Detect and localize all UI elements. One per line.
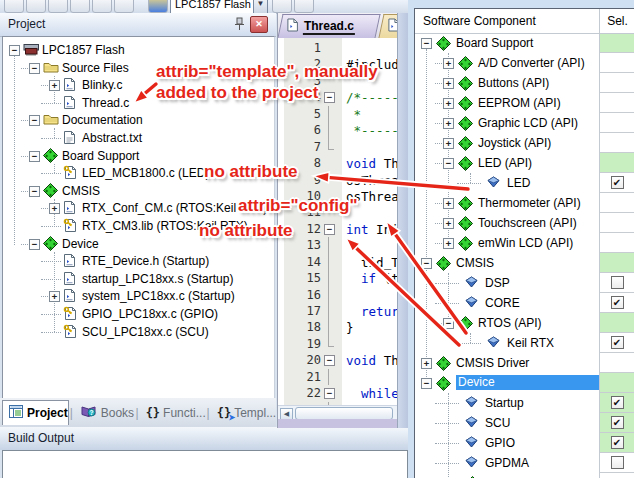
code-line[interactable]: 17 return	[278, 303, 398, 319]
code-line[interactable]: 7	[278, 139, 398, 155]
collapse-icon[interactable]: −	[443, 318, 454, 329]
expand-icon[interactable]: +	[49, 291, 60, 302]
toolbar-icon[interactable]	[272, 0, 292, 13]
collapse-icon[interactable]: −	[443, 158, 454, 169]
toolbar-icon[interactable]	[70, 0, 90, 13]
expand-icon[interactable]: +	[443, 198, 454, 209]
tab-thread-c[interactable]: Thread.c	[277, 14, 380, 38]
component-row[interactable]: −CMSIS	[415, 253, 634, 273]
expand-icon[interactable]: +	[49, 80, 60, 91]
code-line[interactable]: 12−int Ini	[278, 221, 398, 237]
code-line[interactable]: 15 if (t	[278, 270, 398, 286]
tree-connector	[41, 173, 61, 174]
flag-icon[interactable]	[148, 0, 168, 13]
view-tab-project[interactable]: Project	[2, 400, 69, 425]
code-text: int Ini	[346, 222, 398, 237]
collapse-icon[interactable]: −	[29, 239, 40, 250]
pin-icon[interactable]	[233, 17, 246, 31]
code-line[interactable]: 22− while	[278, 385, 398, 401]
source-file-icon	[63, 253, 76, 271]
collapse-icon[interactable]: −	[9, 45, 20, 56]
view-tab-templ[interactable]: {}➤Templ...	[211, 401, 276, 425]
close-icon[interactable]: ✕	[250, 16, 268, 33]
project-tree-item[interactable]: −CMSIS	[3, 182, 274, 200]
fold-guide-end	[328, 336, 334, 347]
component-checkbox[interactable]: ✔	[611, 336, 624, 349]
fold-collapse-icon[interactable]: −	[324, 388, 335, 399]
fold-collapse-icon[interactable]: −	[324, 355, 335, 366]
component-group-icon	[458, 76, 473, 94]
component-checkbox[interactable]: ✔	[611, 396, 624, 409]
code-line[interactable]: 19	[278, 336, 398, 352]
expand-icon[interactable]: +	[443, 238, 454, 249]
component-label: RTOS (API)	[478, 316, 542, 330]
toolbar-icon[interactable]	[48, 0, 68, 13]
view-tab-label: Templ...	[234, 406, 276, 420]
view-tab-functi[interactable]: {}Functi...	[140, 401, 206, 425]
code-line[interactable]: 1	[278, 40, 398, 56]
fold-collapse-icon[interactable]: −	[324, 224, 335, 235]
code-line[interactable]: 6 *------	[278, 122, 398, 138]
source-file-icon	[63, 200, 76, 218]
project-tree-item[interactable]: GPIO_LPC18xx.c (GPIO)	[3, 305, 274, 323]
expand-icon[interactable]: +	[443, 118, 454, 129]
component-checkbox[interactable]	[611, 456, 624, 469]
target-select-dropdown-icon[interactable]: ▼	[253, 0, 268, 14]
toolbar-icon[interactable]	[92, 0, 112, 13]
collapse-icon[interactable]: −	[421, 258, 432, 269]
component-checkbox[interactable]: ✔	[611, 436, 624, 449]
component-checkbox[interactable]: ✔	[611, 176, 624, 189]
collapse-icon[interactable]: −	[421, 38, 432, 49]
project-tree-item[interactable]: −Documentation	[3, 111, 274, 129]
folder-icon	[43, 112, 59, 128]
toolbar-icon[interactable]	[114, 0, 134, 13]
tree-connector	[21, 156, 28, 157]
code-line[interactable]: 14 tid_T	[278, 254, 398, 270]
source-file-icon	[63, 77, 76, 95]
editor-tab-partial[interactable]	[378, 14, 398, 38]
component-checkbox[interactable]: ✔	[611, 416, 624, 429]
code-line[interactable]: 21	[278, 369, 398, 385]
project-tree-item[interactable]: +RTX_Conf_CM.c (RTOS:Keil RTX)	[3, 199, 274, 217]
component-row[interactable]: Keil RTX✔	[415, 333, 634, 353]
toolbar-icon[interactable]	[4, 0, 24, 13]
component-row[interactable]: −Board Support	[415, 33, 634, 53]
code-line[interactable]: 16	[278, 287, 398, 303]
code-line[interactable]: 20−void Th	[278, 352, 398, 368]
expand-icon[interactable]: +	[443, 78, 454, 89]
editor-horizontal-scrollbar[interactable]: ◀	[278, 405, 398, 420]
component-label: DSP	[485, 276, 510, 290]
toolbar-icon[interactable]	[294, 0, 314, 13]
code-line[interactable]: 5 *	[278, 106, 398, 122]
expand-icon[interactable]: +	[443, 98, 454, 109]
build-output-content[interactable]	[2, 450, 408, 478]
collapse-icon[interactable]: −	[29, 186, 40, 197]
component-row[interactable]: +CMSIS Driver	[415, 353, 634, 373]
expand-icon[interactable]: +	[443, 218, 454, 229]
collapse-icon[interactable]: −	[29, 63, 40, 74]
project-tree-item[interactable]: +system_LPC18xx.c (Startup)	[3, 287, 274, 305]
code-line[interactable]: 13	[278, 237, 398, 253]
expand-icon[interactable]: +	[443, 58, 454, 69]
project-tree-item[interactable]: startup_LPC18xx.s (Startup)	[3, 270, 274, 288]
expand-icon[interactable]: +	[421, 358, 432, 369]
collapse-icon[interactable]: −	[29, 115, 40, 126]
tree-connector	[435, 63, 442, 64]
expand-icon[interactable]: +	[49, 203, 60, 214]
code-line[interactable]: 18}	[278, 319, 398, 335]
project-tree-item[interactable]: Abstract.txt	[3, 129, 274, 147]
project-tree-item[interactable]: SCU_LPC18xx.c (SCU)	[3, 323, 274, 341]
expand-icon[interactable]: +	[443, 138, 454, 149]
project-tree-item[interactable]: RTE_Device.h (Startup)	[3, 252, 274, 270]
project-tree-item[interactable]: −LPC1857 Flash	[3, 41, 274, 59]
collapse-icon[interactable]: −	[421, 378, 432, 389]
component-checkbox[interactable]	[611, 276, 624, 289]
view-tab-books[interactable]: ?Books	[74, 401, 135, 425]
toolbar-icon[interactable]	[26, 0, 46, 13]
component-checkbox[interactable]: ✔	[611, 296, 624, 309]
collapse-icon[interactable]: −	[29, 151, 40, 162]
component-row[interactable]: −Device	[415, 373, 634, 393]
column-divider	[599, 9, 600, 478]
target-select[interactable]: LPC1857 Flash	[170, 0, 258, 14]
annotation-template-note: attrib="template", manually added to the…	[156, 61, 378, 103]
